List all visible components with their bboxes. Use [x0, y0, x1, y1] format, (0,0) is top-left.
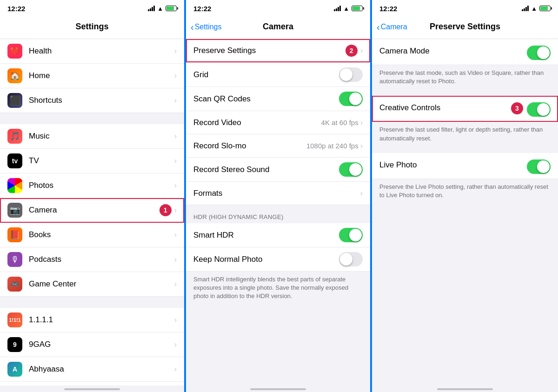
smart-hdr-label: Smart HDR: [193, 231, 339, 240]
shortcuts-label: Shortcuts: [29, 96, 174, 105]
sep-b: [372, 92, 558, 96]
chevron-abhyaasa: ›: [174, 365, 177, 373]
camera-keep-normal[interactable]: Keep Normal Photo: [186, 247, 370, 272]
back-label-3: Camera: [381, 23, 407, 31]
abhyaasa-label: Abhyaasa: [29, 365, 174, 374]
camera-scan-qr[interactable]: Scan QR Codes: [186, 87, 370, 111]
formats-label: Formats: [193, 189, 360, 198]
settings-item-shortcuts[interactable]: ⬛ Shortcuts ›: [0, 88, 184, 113]
podcasts-label: Podcasts: [29, 255, 174, 264]
preserve-live-photo[interactable]: Live Photo: [372, 153, 558, 179]
app1111-label: 1.1.1.1: [29, 315, 174, 325]
camera-icon: 📷: [7, 203, 22, 218]
music-label: Music: [29, 132, 174, 141]
books-icon: 📕: [7, 227, 22, 242]
preserve-creative-controls[interactable]: Creative Controls 3: [372, 96, 558, 122]
chevron-camera: ›: [174, 206, 177, 214]
chevron-music: ›: [174, 132, 177, 140]
settings-item-home[interactable]: 🏠 Home ›: [0, 64, 184, 88]
settings-item-gamecenter[interactable]: 🎮 Game Center ›: [0, 272, 184, 297]
creative-controls-toggle[interactable]: [527, 102, 551, 117]
status-bar-1: 12:22 ▲: [0, 0, 184, 16]
tv-label: TV: [29, 156, 174, 166]
battery-fill-2: [352, 7, 360, 10]
signal-icon-3: [522, 6, 529, 11]
camera-mode-toggle-knob: [537, 47, 550, 59]
settings-item-9gag[interactable]: 9 9GAG ›: [0, 332, 184, 357]
smart-hdr-toggle[interactable]: [339, 228, 363, 242]
settings-item-camera[interactable]: 📷 Camera 1 ›: [0, 198, 184, 223]
camera-mode-label: Camera Mode: [379, 46, 527, 56]
step-badge-1: 1: [159, 204, 172, 216]
sep-c: [372, 149, 558, 153]
settings-item-podcasts[interactable]: 🎙 Podcasts ›: [0, 247, 184, 272]
chevron-shortcuts: ›: [174, 96, 177, 105]
settings-item-photos[interactable]: Photos ›: [0, 173, 184, 198]
shortcuts-icon: ⬛: [7, 93, 22, 108]
settings-item-abhyaasa[interactable]: A Abhyaasa ›: [0, 357, 184, 382]
gamecenter-icon: 🎮: [7, 277, 22, 292]
camera-grid[interactable]: Grid: [186, 63, 370, 87]
books-label: Books: [29, 230, 174, 239]
camera-record-video[interactable]: Record Video 4K at 60 fps ›: [186, 111, 370, 134]
home-indicator-2: [186, 385, 370, 392]
camera-record-slomo[interactable]: Record Slo-mo 1080p at 240 fps ›: [186, 134, 370, 158]
camera-record-stereo[interactable]: Record Stereo Sound: [186, 158, 370, 182]
keep-normal-toggle[interactable]: [339, 252, 363, 266]
wifi-icon-3: ▲: [531, 5, 537, 12]
chevron-tv: ›: [174, 157, 177, 165]
grid-toggle[interactable]: [339, 67, 363, 82]
battery-icon-1: [166, 6, 177, 11]
home-indicator-3: [372, 385, 558, 392]
settings-item-books[interactable]: 📕 Books ›: [0, 223, 184, 247]
live-photo-label: Live Photo: [379, 159, 527, 170]
nav-title-1: Settings: [75, 22, 108, 32]
status-bar-3: 12:22 ▲: [372, 0, 558, 16]
settings-item-admin[interactable]: ⚙️ Admin ›: [0, 382, 184, 385]
back-to-settings[interactable]: ‹ Settings: [191, 22, 221, 32]
photos-label: Photos: [29, 181, 174, 190]
creative-controls-note: Preserve the last used filter, light or …: [372, 122, 558, 149]
keep-normal-label: Keep Normal Photo: [193, 255, 339, 264]
scan-qr-toggle[interactable]: [339, 92, 363, 106]
chevron-formats: ›: [360, 189, 363, 198]
chevron-1111: ›: [174, 316, 177, 324]
app1111-icon: 1!1!1: [7, 312, 22, 327]
live-photo-note: Preserve the Live Photo setting, rather …: [372, 179, 558, 206]
preserve-camera-mode[interactable]: Camera Mode: [372, 39, 558, 65]
settings-item-music[interactable]: 🎵 Music ›: [0, 124, 184, 149]
settings-list-1[interactable]: ❤️ Health › 🏠 Home › ⬛ Shortcuts › 🎵 Mus…: [0, 39, 184, 385]
nav-title-3: Preserve Settings: [430, 22, 500, 32]
chevron-health: ›: [174, 47, 177, 55]
scan-qr-label: Scan QR Codes: [193, 94, 339, 104]
camera-smart-hdr[interactable]: Smart HDR: [186, 223, 370, 247]
record-video-label: Record Video: [193, 118, 321, 127]
photos-icon: [7, 178, 22, 193]
camera-formats[interactable]: Formats ›: [186, 182, 370, 205]
chevron-record-slomo: ›: [360, 142, 363, 150]
wifi-icon-2: ▲: [343, 5, 349, 12]
chevron-photos: ›: [174, 181, 177, 190]
settings-item-tv[interactable]: tv TV ›: [0, 149, 184, 173]
preserve-settings-list[interactable]: Camera Mode Preserve the last mode, such…: [372, 39, 558, 385]
record-stereo-toggle[interactable]: [339, 162, 363, 177]
settings-item-health[interactable]: ❤️ Health ›: [0, 39, 184, 64]
gamecenter-label: Game Center: [29, 279, 174, 289]
camera-panel: 12:22 ▲ ‹ Settings Camera Preserve Setti…: [186, 0, 372, 392]
camera-list[interactable]: Preserve Settings 2 › Grid Scan QR Codes…: [186, 39, 370, 385]
back-to-camera[interactable]: ‹ Camera: [377, 22, 407, 32]
camera-preserve-settings[interactable]: Preserve Settings 2 ›: [186, 39, 370, 62]
camera-mode-note: Preserve the last mode, such as Video or…: [372, 65, 558, 92]
record-slomo-value: 1080p at 240 fps: [306, 142, 359, 150]
signal-icon-2: [334, 6, 341, 11]
live-photo-toggle[interactable]: [527, 159, 551, 174]
status-icons-1: ▲: [148, 5, 177, 12]
settings-item-1111[interactable]: 1!1!1 1.1.1.1 ›: [0, 308, 184, 332]
abhyaasa-icon: A: [7, 362, 22, 377]
camera-mode-toggle[interactable]: [527, 46, 551, 60]
grid-label: Grid: [193, 70, 339, 80]
podcasts-icon: 🎙: [7, 252, 22, 267]
status-time-3: 12:22: [379, 5, 397, 13]
tv-icon: tv: [7, 153, 22, 168]
chevron-podcasts: ›: [174, 255, 177, 264]
